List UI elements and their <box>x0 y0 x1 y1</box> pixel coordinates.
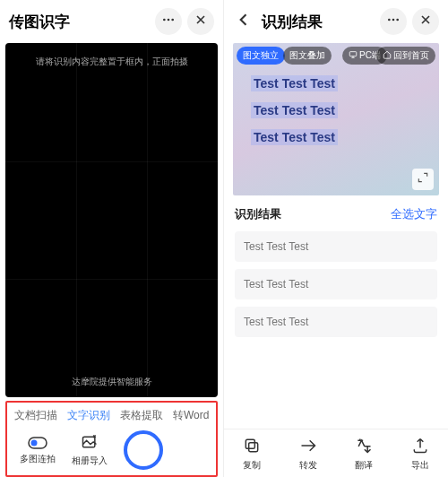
pill-mode-independent[interactable]: 图文独立 <box>237 47 285 65</box>
capture-tools: 多图连拍 相册导入 <box>7 425 216 472</box>
svg-point-6 <box>388 19 391 22</box>
import-tool[interactable]: 相册导入 <box>72 433 108 467</box>
capture-panel: 传图识字 请将识别内容完整置于框内，正面拍摄 达摩院提供智能服务 文档扫描 文字… <box>0 0 224 477</box>
preview-area: Test Test Test Test Test Test Test Test … <box>233 43 439 195</box>
grid-line <box>147 43 148 397</box>
result-item[interactable]: Test Test Test <box>235 231 437 262</box>
svg-point-7 <box>392 19 395 22</box>
chevron-left-icon <box>235 11 253 32</box>
copy-icon <box>243 437 261 456</box>
ocr-box[interactable]: Test Test Test <box>251 102 338 118</box>
camera-viewfinder[interactable]: 请将识别内容完整置于框内，正面拍摄 达摩院提供智能服务 <box>5 43 218 397</box>
camera-hint: 请将识别内容完整置于框内，正面拍摄 <box>5 56 218 68</box>
close-button-right[interactable] <box>412 8 439 35</box>
result-item[interactable]: Test Test Test <box>235 307 437 337</box>
svg-rect-11 <box>246 439 255 448</box>
more-button[interactable] <box>155 8 182 35</box>
multishot-label: 多图连拍 <box>20 453 56 465</box>
back-button[interactable] <box>233 11 254 32</box>
result-header: 识别结果 全选文字 <box>224 195 448 228</box>
forward-button[interactable]: 转发 <box>299 437 317 472</box>
pill-home[interactable]: 回到首页 <box>376 47 435 65</box>
svg-point-0 <box>163 19 166 22</box>
copy-button[interactable]: 复制 <box>243 437 261 472</box>
svg-point-8 <box>396 19 399 22</box>
import-label: 相册导入 <box>72 455 108 467</box>
more-icon <box>386 13 401 30</box>
svg-point-1 <box>168 19 170 22</box>
export-button[interactable]: 导出 <box>411 437 429 472</box>
mode-tabs-highlight: 文档扫描 文字识别 表格提取 转Word 多图连拍 相册导入 <box>5 401 218 477</box>
svg-rect-10 <box>249 443 258 452</box>
grid-line <box>5 279 218 280</box>
translate-icon <box>355 437 373 456</box>
ocr-box[interactable]: Test Test Test <box>251 75 338 91</box>
expand-button[interactable] <box>412 169 434 190</box>
multishot-icon <box>28 435 47 451</box>
svg-rect-9 <box>349 52 357 56</box>
camera-footer: 达摩院提供智能服务 <box>5 376 218 388</box>
shutter-button[interactable] <box>124 430 163 470</box>
tab-text-ocr[interactable]: 文字识别 <box>67 408 110 423</box>
left-title: 传图识字 <box>9 12 150 32</box>
tab-to-word[interactable]: 转Word <box>173 408 209 423</box>
svg-point-4 <box>31 440 38 447</box>
translate-button[interactable]: 翻译 <box>355 437 373 472</box>
tab-doc-scan[interactable]: 文档扫描 <box>14 408 57 423</box>
result-panel: 识别结果 Test Test Test Test Test Test Test … <box>224 0 448 477</box>
mode-tabs: 文档扫描 文字识别 表格提取 转Word <box>7 403 216 425</box>
grid-line <box>5 161 218 162</box>
monitor-icon <box>349 50 358 61</box>
left-header: 传图识字 <box>0 0 223 43</box>
select-all-button[interactable]: 全选文字 <box>391 206 437 222</box>
tab-table-extract[interactable]: 表格提取 <box>120 408 163 423</box>
bottom-action-bar: 复制 转发 翻译 导出 <box>224 429 448 477</box>
more-icon <box>161 13 176 30</box>
right-title: 识别结果 <box>262 12 375 32</box>
multishot-tool[interactable]: 多图连拍 <box>20 435 56 465</box>
result-label: 识别结果 <box>235 206 281 222</box>
result-item[interactable]: Test Test Test <box>235 269 437 299</box>
expand-icon <box>417 171 429 187</box>
right-header: 识别结果 <box>224 0 448 43</box>
close-icon <box>418 13 433 30</box>
forward-icon <box>299 437 317 456</box>
close-icon <box>194 13 208 30</box>
more-button-right[interactable] <box>380 8 407 35</box>
grid-line <box>76 43 77 397</box>
pill-mode-overlay[interactable]: 图文叠加 <box>283 47 332 65</box>
ocr-box[interactable]: Test Test Test <box>251 129 338 145</box>
gallery-icon <box>81 433 99 453</box>
export-icon <box>411 437 429 456</box>
preview-image[interactable]: Test Test Test Test Test Test Test Test … <box>233 43 439 195</box>
svg-point-2 <box>171 19 174 22</box>
home-icon <box>383 50 392 61</box>
close-button[interactable] <box>187 8 214 35</box>
